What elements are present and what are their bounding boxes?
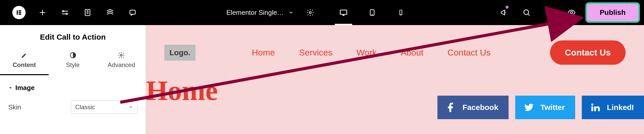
chevron-down-icon: [128, 105, 133, 109]
svg-point-8: [309, 12, 311, 14]
nav-home[interactable]: Home: [252, 48, 275, 58]
social-linkedin-label: LinkedI: [607, 103, 634, 112]
social-twitter[interactable]: Twitter: [515, 96, 575, 119]
svg-point-11: [372, 14, 373, 15]
field-skin-label: Skin: [8, 103, 71, 111]
elementor-logo-icon[interactable]: [12, 6, 26, 19]
document-name: Elementor Single…: [226, 9, 284, 17]
caret-down-icon: [8, 86, 13, 90]
svg-point-14: [524, 10, 529, 15]
field-skin-row: Skin Classic: [0, 98, 146, 116]
responsive-device-group: [329, 0, 415, 25]
nav-services[interactable]: Services: [299, 48, 332, 58]
social-facebook-label: Facebook: [463, 103, 498, 112]
facebook-icon: [445, 102, 456, 113]
nav-contact[interactable]: Contact Us: [447, 48, 490, 58]
panel-tabs: Content Style Advanced: [0, 48, 146, 75]
svg-rect-3: [19, 14, 21, 15]
section-image-toggle[interactable]: Image: [0, 75, 146, 98]
document-selector[interactable]: Elementor Single…: [221, 9, 299, 17]
publish-button[interactable]: Publish: [587, 4, 638, 21]
publish-highlight: Publish: [585, 2, 640, 23]
notes-button[interactable]: [121, 0, 144, 25]
skin-select[interactable]: Classic: [71, 100, 137, 114]
tab-style-label: Style: [66, 61, 80, 69]
skin-select-value: Classic: [75, 104, 95, 111]
editor-sidebar: Edit Call to Action Content Style Advanc…: [0, 25, 146, 134]
social-twitter-label: Twitter: [540, 103, 565, 112]
tab-advanced[interactable]: Advanced: [97, 48, 146, 75]
site-settings-button[interactable]: [54, 0, 76, 25]
topbar: Elementor Single… Publish: [0, 0, 644, 25]
chevron-down-icon: [288, 10, 294, 15]
tab-style[interactable]: Style: [49, 48, 97, 75]
contrast-icon: [69, 52, 77, 59]
social-linkedin[interactable]: LinkedI: [582, 96, 644, 119]
section-image-label: Image: [15, 84, 35, 92]
linkedin-icon: [589, 102, 601, 113]
svg-point-16: [549, 14, 549, 15]
history-button[interactable]: [99, 0, 121, 25]
help-button[interactable]: [538, 0, 560, 25]
social-facebook[interactable]: Facebook: [437, 96, 509, 119]
add-element-button[interactable]: [31, 0, 54, 25]
nav-work[interactable]: Work: [357, 48, 377, 58]
gear-icon: [118, 52, 125, 59]
device-desktop-button[interactable]: [329, 0, 358, 25]
social-buttons: Facebook Twitter LinkedI: [437, 96, 644, 119]
logo-placeholder[interactable]: Logo.: [164, 45, 196, 61]
primary-nav: Home Services Work About Contact Us: [252, 48, 491, 58]
finder-search-button[interactable]: [515, 0, 538, 25]
svg-rect-9: [340, 10, 347, 14]
structure-button[interactable]: [76, 0, 99, 25]
panel-title: Edit Call to Action: [0, 25, 146, 48]
svg-rect-0: [17, 10, 18, 15]
tab-advanced-label: Advanced: [108, 61, 135, 69]
svg-point-13: [401, 14, 401, 14]
svg-rect-7: [130, 10, 135, 14]
svg-rect-2: [19, 12, 21, 13]
preview-canvas: Logo. Home Services Work About Contact U…: [146, 25, 644, 134]
tab-content-label: Content: [13, 61, 36, 69]
whats-new-button[interactable]: [493, 0, 515, 25]
svg-point-17: [571, 12, 573, 14]
pencil-icon: [21, 52, 28, 59]
svg-point-4: [63, 10, 64, 12]
twitter-icon: [523, 102, 534, 113]
device-tablet-button[interactable]: [358, 0, 387, 25]
page-settings-button[interactable]: [299, 0, 321, 25]
preview-button[interactable]: [560, 0, 583, 25]
svg-rect-1: [19, 10, 21, 11]
site-header: Logo. Home Services Work About Contact U…: [146, 25, 644, 72]
header-cta-button[interactable]: Contact Us: [550, 40, 626, 65]
nav-about[interactable]: About: [401, 48, 423, 58]
svg-point-19: [121, 54, 122, 56]
tab-content[interactable]: Content: [0, 48, 49, 75]
svg-point-5: [66, 13, 67, 15]
device-mobile-button[interactable]: [387, 0, 415, 25]
